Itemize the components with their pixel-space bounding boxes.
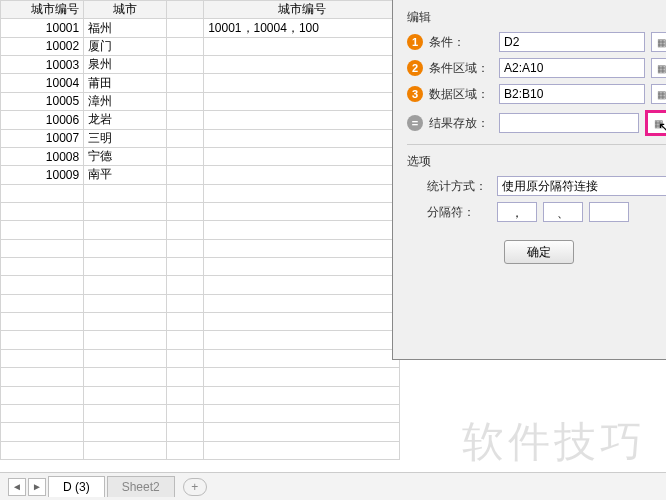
cell[interactable] — [1, 441, 84, 459]
cell[interactable] — [167, 184, 204, 202]
cell[interactable] — [167, 441, 204, 459]
data-range-input[interactable] — [499, 84, 645, 104]
cell[interactable] — [84, 184, 167, 202]
cell[interactable] — [167, 276, 204, 294]
cell[interactable] — [204, 331, 400, 349]
result-loc-picker-icon[interactable]: ▦↖ — [645, 110, 666, 136]
cell[interactable] — [204, 111, 400, 129]
cell[interactable] — [204, 404, 400, 422]
cell[interactable] — [204, 386, 400, 404]
cell[interactable] — [204, 202, 400, 220]
cell[interactable]: 10008 — [1, 147, 84, 165]
cell[interactable] — [204, 221, 400, 239]
cell[interactable] — [84, 423, 167, 441]
cell[interactable] — [167, 56, 204, 74]
cell[interactable] — [204, 313, 400, 331]
cell[interactable] — [167, 258, 204, 276]
column-header[interactable]: 城市编号 — [204, 1, 400, 19]
cell[interactable] — [1, 258, 84, 276]
spreadsheet-grid[interactable]: 城市编号城市城市编号10001福州10001，10004，10010002厦门1… — [0, 0, 400, 460]
cell[interactable]: 10003 — [1, 56, 84, 74]
cell[interactable]: 漳州 — [84, 92, 167, 110]
data-range-picker-icon[interactable]: ▦ — [651, 84, 666, 104]
cell[interactable] — [167, 129, 204, 147]
cell[interactable] — [1, 239, 84, 257]
cell[interactable] — [204, 423, 400, 441]
cell[interactable] — [204, 147, 400, 165]
cell[interactable] — [204, 258, 400, 276]
ok-button[interactable]: 确定 — [504, 240, 574, 264]
cell[interactable]: 10004 — [1, 74, 84, 92]
separator-option-2[interactable]: 、 — [543, 202, 583, 222]
cell[interactable] — [204, 166, 400, 184]
cell[interactable] — [167, 239, 204, 257]
cell[interactable] — [84, 202, 167, 220]
cell[interactable]: 10007 — [1, 129, 84, 147]
column-header[interactable] — [167, 1, 204, 19]
cell[interactable] — [204, 92, 400, 110]
cell[interactable]: 10005 — [1, 92, 84, 110]
cell[interactable] — [167, 74, 204, 92]
cell[interactable] — [84, 221, 167, 239]
cell[interactable]: 10009 — [1, 166, 84, 184]
cell[interactable] — [84, 276, 167, 294]
cell[interactable] — [167, 294, 204, 312]
tab-next-icon[interactable]: ► — [28, 478, 46, 496]
cell[interactable] — [167, 331, 204, 349]
cell[interactable]: 莆田 — [84, 74, 167, 92]
cell[interactable] — [167, 166, 204, 184]
cell[interactable] — [167, 386, 204, 404]
tab-inactive[interactable]: Sheet2 — [107, 476, 175, 497]
cell[interactable]: 10001 — [1, 19, 84, 37]
cell[interactable] — [167, 19, 204, 37]
tab-prev-icon[interactable]: ◄ — [8, 478, 26, 496]
cell[interactable] — [1, 313, 84, 331]
cell[interactable] — [1, 349, 84, 367]
cell[interactable] — [84, 441, 167, 459]
cell[interactable] — [167, 349, 204, 367]
add-sheet-icon[interactable]: + — [183, 478, 207, 496]
cell[interactable] — [1, 184, 84, 202]
cell[interactable]: 龙岩 — [84, 111, 167, 129]
cell[interactable] — [204, 441, 400, 459]
cell[interactable] — [1, 368, 84, 386]
cell[interactable] — [167, 147, 204, 165]
cell[interactable] — [204, 56, 400, 74]
cell[interactable]: 10001，10004，100 — [204, 19, 400, 37]
cell[interactable] — [167, 37, 204, 55]
cell[interactable] — [204, 239, 400, 257]
cell[interactable] — [84, 404, 167, 422]
cell[interactable] — [204, 276, 400, 294]
cell[interactable] — [1, 276, 84, 294]
cond-input[interactable] — [499, 32, 645, 52]
cell[interactable] — [84, 349, 167, 367]
cell[interactable] — [204, 74, 400, 92]
cell[interactable] — [167, 313, 204, 331]
cell[interactable] — [84, 386, 167, 404]
separator-option-3[interactable] — [589, 202, 629, 222]
cell[interactable]: 南平 — [84, 166, 167, 184]
cell[interactable] — [204, 349, 400, 367]
cell[interactable] — [204, 184, 400, 202]
cell[interactable]: 宁德 — [84, 147, 167, 165]
cell[interactable] — [1, 202, 84, 220]
separator-option-1[interactable]: ， — [497, 202, 537, 222]
cell[interactable] — [84, 239, 167, 257]
cell[interactable] — [204, 294, 400, 312]
stat-method-select[interactable]: 使用原分隔符连接 — [497, 176, 666, 196]
cell[interactable]: 三明 — [84, 129, 167, 147]
cell[interactable] — [204, 129, 400, 147]
cell[interactable] — [1, 221, 84, 239]
cell[interactable] — [167, 202, 204, 220]
column-header[interactable]: 城市 — [84, 1, 167, 19]
cell[interactable] — [84, 368, 167, 386]
column-header[interactable]: 城市编号 — [1, 1, 84, 19]
cell[interactable] — [167, 111, 204, 129]
cell[interactable]: 厦门 — [84, 37, 167, 55]
cell[interactable] — [204, 368, 400, 386]
cell[interactable] — [204, 37, 400, 55]
cell[interactable]: 福州 — [84, 19, 167, 37]
cell[interactable]: 泉州 — [84, 56, 167, 74]
cell[interactable] — [84, 294, 167, 312]
tab-active[interactable]: D (3) — [48, 476, 105, 497]
